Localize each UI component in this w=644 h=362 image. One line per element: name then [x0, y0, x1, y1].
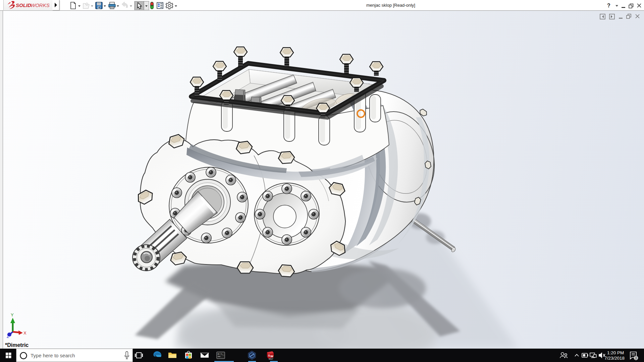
svg-text:7/23/2018: 7/23/2018 [604, 356, 625, 361]
svg-text:2017: 2017 [269, 358, 273, 360]
svg-text:Y: Y [11, 312, 14, 317]
svg-text:3: 3 [635, 356, 637, 360]
svg-text:X: X [23, 330, 26, 336]
svg-text:W: W [270, 355, 273, 358]
svg-text:?: ? [607, 3, 610, 8]
svg-text:1:20 PM: 1:20 PM [607, 350, 624, 355]
svg-text:Z: Z [7, 334, 9, 339]
svg-text:S: S [268, 354, 270, 357]
svg-text:C:\_: C:\_ [218, 353, 224, 356]
